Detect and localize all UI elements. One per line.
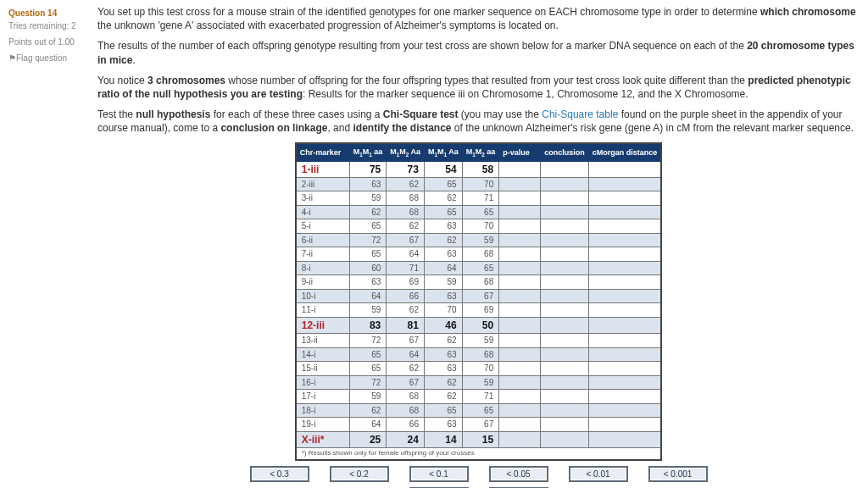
table-row: 17-i59686271: [296, 390, 662, 404]
question-number: Question 14: [8, 8, 97, 18]
table-row: 7-ii65646368: [296, 247, 662, 262]
table-row: 14-i65646368: [296, 347, 662, 362]
distance-dropzone[interactable]: [589, 434, 630, 445]
question-body: You set up this test cross for a mouse s…: [97, 5, 860, 488]
table-row: 5-i65626370: [296, 219, 662, 234]
table-row: 11-i59627069: [296, 303, 662, 318]
conclusion-dropzone[interactable]: [541, 434, 581, 445]
question-nav: Question 14 Tries remaining: 2 Points ou…: [8, 5, 97, 488]
table-row: 16-i72676259: [296, 375, 662, 390]
table-header: M1M1 aa: [349, 143, 387, 162]
pvalue-chip[interactable]: < 0.3: [250, 466, 309, 483]
table-row: 3-ii59686271: [296, 191, 662, 206]
offspring-table: Chr-markerM1M1 aaM1M2 AaM1M1 AaM1M2 aap-…: [295, 142, 663, 461]
tries-remaining: Tries remaining: 2: [8, 21, 97, 30]
table-header: Chr-marker: [296, 143, 350, 162]
table-row: 8-i60716465: [296, 261, 662, 275]
table-row: 2-iii63626570: [296, 177, 662, 191]
table-row: 13-ii72676259: [296, 334, 662, 348]
paragraph-setup: You set up this test cross for a mouse s…: [97, 5, 860, 32]
distance-dropzone[interactable]: [589, 320, 630, 331]
table-header: cMorgan distance: [588, 143, 661, 162]
pvalue-chip[interactable]: < 0.01: [569, 466, 628, 483]
table-row: 12-iii83814650: [296, 317, 662, 333]
pvalue-chip[interactable]: < 0.05: [489, 466, 548, 483]
flag-question-link[interactable]: Flag question: [8, 53, 97, 63]
table-row: 10-i64666367: [296, 289, 662, 303]
table-row: 18-i62686565: [296, 403, 662, 418]
table-header: M1M2 aa: [462, 143, 499, 162]
table-footnote: *) Results shown only for female offspri…: [296, 447, 662, 459]
table-row: 15-ii65626370: [296, 362, 662, 376]
table-row: 6-ii72676259: [296, 233, 662, 247]
distance-dropzone[interactable]: [589, 164, 630, 175]
paragraph-task: Test the null hypothesis for each of the…: [97, 108, 860, 135]
pvalue-chip[interactable]: < 0.1: [409, 466, 469, 483]
pvalue-dropzone[interactable]: [499, 434, 540, 445]
pvalue-chip[interactable]: < 0.2: [330, 466, 389, 483]
paragraph-results: The results of the number of each offspr…: [97, 39, 860, 66]
conclusion-dropzone[interactable]: [541, 164, 581, 175]
table-row: 1-iii75735458: [296, 161, 662, 177]
conclusion-dropzone[interactable]: [541, 320, 581, 331]
chi-square-table-link[interactable]: Chi-Square table: [542, 108, 618, 120]
table-row: 19-i64666367: [296, 418, 662, 432]
points-out-of: Points out of 1.00: [8, 37, 97, 47]
table-header: p-value: [499, 143, 541, 162]
paragraph-observe: You notice 3 chromosomes whose number of…: [97, 74, 860, 101]
pvalue-drag-row: < 0.3< 0.2< 0.1< 0.05< 0.01< 0.001: [97, 466, 860, 483]
pvalue-dropzone[interactable]: [499, 320, 540, 331]
table-row: 9-ii63695968: [296, 275, 662, 290]
pvalue-chip[interactable]: < 0.001: [648, 466, 708, 483]
table-row: X-iii*25241415: [296, 431, 662, 447]
table-header: M1M2 Aa: [387, 143, 425, 162]
pvalue-dropzone[interactable]: [499, 164, 540, 175]
table-header: M1M1 Aa: [424, 143, 462, 162]
table-row: 4-i62686565: [296, 205, 662, 219]
table-header: conclusion: [541, 143, 589, 162]
